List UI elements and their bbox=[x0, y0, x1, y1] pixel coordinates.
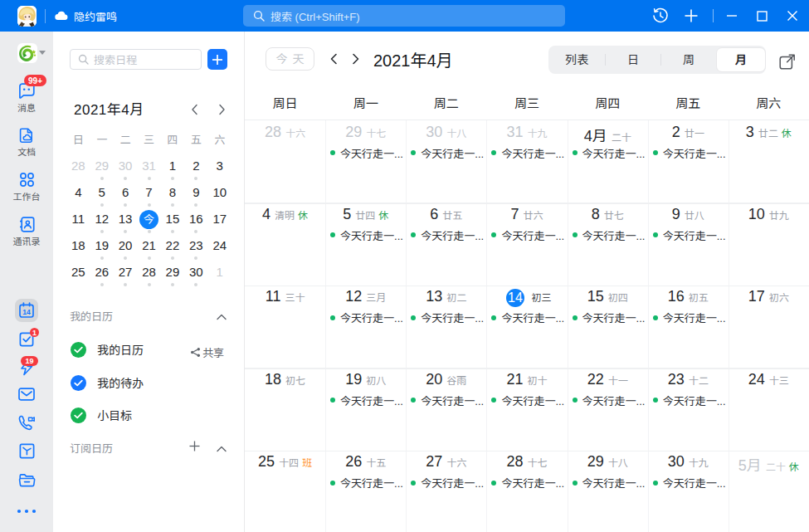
svg-text:14: 14 bbox=[22, 308, 31, 316]
